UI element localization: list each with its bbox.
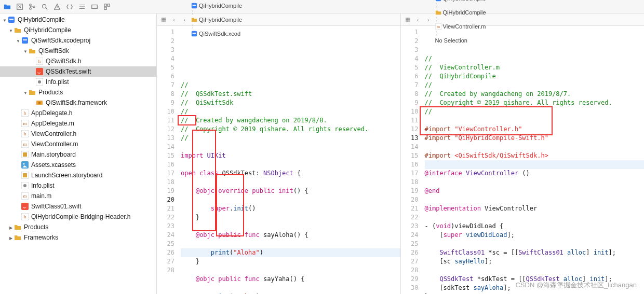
code-line[interactable]: // QSSdkTest.swift bbox=[181, 90, 400, 99]
breadcrumb[interactable]: QiHybridCompile bbox=[435, 9, 486, 16]
code-line[interactable]: } bbox=[181, 213, 400, 222]
search-icon[interactable] bbox=[41, 3, 49, 11]
code-line[interactable]: [sc sayHello]; bbox=[425, 257, 645, 266]
warning-icon[interactable] bbox=[53, 3, 61, 11]
tree-row[interactable]: hQiSwiftSdk.h bbox=[0, 56, 156, 66]
tree-row[interactable]: mmain.m bbox=[0, 191, 156, 201]
source-editor-right[interactable]: 1234567891011121314151617181920212223242… bbox=[401, 26, 645, 294]
code-line[interactable] bbox=[181, 143, 400, 151]
code-line[interactable]: SwiftClass01 *sc = [[SwiftClass01 alloc]… bbox=[425, 248, 645, 257]
tree-row[interactable]: hViewController.h bbox=[0, 129, 156, 139]
code-line[interactable]: #import "QiHybridCompile-Swift.h" bbox=[425, 134, 645, 143]
code-line[interactable]: - (void)viewDidLoad { bbox=[425, 222, 645, 231]
disclosure-arrow-icon[interactable] bbox=[8, 225, 14, 230]
code-line[interactable] bbox=[181, 195, 400, 204]
tree-row[interactable]: Frameworks bbox=[0, 232, 156, 243]
tree-row[interactable]: Assets.xcassets bbox=[0, 160, 156, 170]
code-line[interactable]: // bbox=[425, 54, 645, 63]
tree-row[interactable]: LaunchScreen.storyboard bbox=[0, 170, 156, 180]
code-line[interactable]: // QiSwiftSdk bbox=[181, 99, 400, 107]
tree-row[interactable]: QiHybridCompile bbox=[0, 25, 156, 35]
code-line[interactable]: #import <QiSwiftSdk/QiSwiftSdk.h> bbox=[425, 151, 645, 160]
grid-icon[interactable]: ▦ bbox=[160, 16, 167, 23]
code-line[interactable]: // Created by wangdacheng on 2019/8/8. bbox=[181, 116, 400, 125]
square-x-icon[interactable] bbox=[16, 3, 24, 11]
breadcrumb[interactable]: QiHybridCompile bbox=[191, 17, 242, 23]
disclosure-arrow-icon[interactable] bbox=[23, 48, 28, 54]
tree-row[interactable]: QiSwiftSdk bbox=[0, 46, 156, 56]
breadcrumb[interactable]: QiHybridCompile bbox=[191, 3, 242, 9]
jump-bar-left[interactable]: ▦ ‹ › QiHybridCompile〉QiHybridCompile〉Qi… bbox=[157, 13, 400, 26]
source-editor-left[interactable]: 1234567891011121314151617181920212223242… bbox=[157, 26, 400, 294]
disclosure-arrow-icon[interactable] bbox=[8, 27, 14, 33]
code-line[interactable] bbox=[181, 222, 400, 231]
code-line[interactable]: @implementation ViewController bbox=[425, 204, 645, 213]
code-line[interactable]: open class QSSdkTest: NSObject { bbox=[181, 169, 400, 178]
back-forward-icon[interactable] bbox=[65, 3, 74, 11]
tree-row[interactable]: mAppDelegate.m bbox=[0, 118, 156, 129]
code-line[interactable] bbox=[181, 266, 400, 275]
code-line[interactable] bbox=[425, 266, 645, 275]
tree-row[interactable]: Info.plist bbox=[0, 77, 156, 87]
code-line[interactable]: // Copyright © 2019 qishare. All rights … bbox=[181, 125, 400, 134]
folder-nav-icon[interactable] bbox=[3, 3, 11, 11]
tree-row[interactable]: Products bbox=[0, 222, 156, 232]
code-line[interactable]: import UIKit bbox=[181, 151, 400, 160]
code-line[interactable]: @objc public func sayAloha() { bbox=[181, 231, 400, 240]
nav-back-icon[interactable]: ‹ bbox=[170, 16, 178, 23]
tree-row[interactable]: Products bbox=[0, 87, 156, 97]
code-line[interactable] bbox=[425, 143, 645, 151]
code-line[interactable]: // bbox=[425, 107, 645, 116]
grid3-icon[interactable] bbox=[103, 3, 111, 11]
grid-icon[interactable]: ▦ bbox=[404, 16, 411, 23]
code-line[interactable]: @objc override public init() { bbox=[181, 187, 400, 195]
code-line[interactable]: print("Aloha") bbox=[181, 248, 400, 257]
code-line[interactable]: // Created by wangdacheng on 2019/8/7. bbox=[425, 90, 645, 99]
code-line[interactable]: @end bbox=[425, 187, 645, 195]
tree-row[interactable]: SwiftClass01.swift bbox=[0, 201, 156, 212]
code-line[interactable]: // ViewController.m bbox=[425, 63, 645, 72]
rect-icon[interactable] bbox=[90, 3, 99, 11]
disclosure-arrow-icon[interactable] bbox=[2, 17, 7, 23]
code-line[interactable]: @interface ViewController () bbox=[425, 169, 645, 178]
disclosure-arrow-icon[interactable] bbox=[23, 90, 28, 95]
code-line[interactable]: [super viewDidLoad]; bbox=[425, 231, 645, 240]
tree-row[interactable]: QSSdkTest.swift bbox=[0, 66, 156, 77]
code-line[interactable] bbox=[425, 213, 645, 222]
code-line[interactable] bbox=[425, 178, 645, 187]
code-line[interactable]: // QiHybridCompile bbox=[425, 72, 645, 81]
code-line[interactable]: @objc public func sayYaha() { bbox=[181, 275, 400, 284]
tree-row[interactable]: hAppDelegate.h bbox=[0, 108, 156, 118]
code-line[interactable] bbox=[425, 160, 645, 169]
code-line[interactable]: // bbox=[181, 107, 400, 116]
jump-bar-right[interactable]: ▦ ‹ › QiHybridCompile〉QiHybridCompile〉mV… bbox=[401, 13, 645, 26]
disclosure-arrow-icon[interactable] bbox=[16, 38, 21, 44]
code-line[interactable] bbox=[425, 195, 645, 204]
code-line[interactable]: } bbox=[181, 257, 400, 266]
tree-row[interactable]: QiHybridCompile bbox=[0, 15, 156, 25]
code-line[interactable] bbox=[181, 240, 400, 248]
nav-back-icon[interactable]: ‹ bbox=[414, 16, 422, 23]
scm-icon[interactable] bbox=[28, 3, 36, 11]
tree-row[interactable]: Info.plist bbox=[0, 180, 156, 191]
breadcrumb[interactable]: QiHybridCompile bbox=[435, 0, 486, 2]
project-navigator[interactable]: QiHybridCompileQiHybridCompileQiSwiftSdk… bbox=[0, 13, 157, 294]
code-line[interactable] bbox=[425, 240, 645, 248]
code-line[interactable]: // bbox=[425, 81, 645, 90]
lines-icon[interactable] bbox=[78, 3, 86, 11]
tree-row[interactable]: QiSwiftSdk.framework bbox=[0, 97, 156, 108]
code-line[interactable] bbox=[181, 178, 400, 187]
tree-row[interactable]: QiSwiftSdk.xcodeproj bbox=[0, 35, 156, 46]
code-line[interactable]: // Copyright © 2019 qishare. All rights … bbox=[425, 99, 645, 107]
tree-row[interactable]: hQiHybridCompile-Bridging-Header.h bbox=[0, 212, 156, 222]
disclosure-arrow-icon[interactable] bbox=[8, 235, 14, 241]
nav-forward-icon[interactable]: › bbox=[181, 16, 188, 23]
code-line[interactable]: // bbox=[181, 134, 400, 143]
code-line[interactable]: #import "ViewController.h" bbox=[425, 125, 645, 134]
code-line[interactable]: // bbox=[181, 81, 400, 90]
code-line[interactable] bbox=[181, 160, 400, 169]
code-line[interactable] bbox=[181, 284, 400, 292]
code-line[interactable] bbox=[425, 116, 645, 125]
tree-row[interactable]: Main.storyboard bbox=[0, 149, 156, 160]
nav-forward-icon[interactable]: › bbox=[425, 16, 432, 23]
